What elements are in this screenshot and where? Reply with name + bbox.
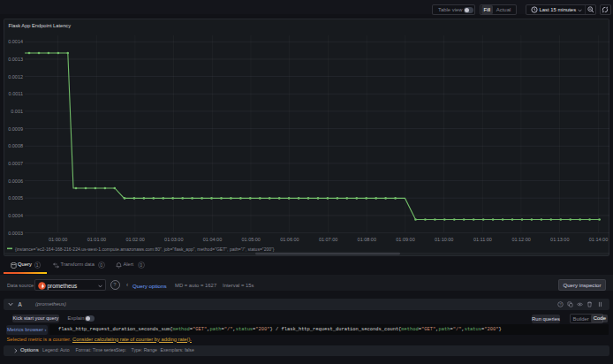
svg-text:0.0004: 0.0004 (8, 213, 23, 218)
svg-text:01:04:00: 01:04:00 (203, 237, 222, 242)
svg-text:0.0008: 0.0008 (8, 143, 23, 148)
svg-text:01:14:00: 01:14:00 (589, 237, 608, 242)
svg-text:0.0013: 0.0013 (8, 57, 23, 62)
svg-text:01:03:00: 01:03:00 (164, 237, 183, 242)
svg-text:01:05:00: 01:05:00 (241, 237, 260, 242)
svg-text:0.001: 0.001 (11, 109, 23, 114)
svg-text:0.0005: 0.0005 (8, 195, 23, 201)
svg-text:0.0007: 0.0007 (8, 161, 23, 166)
svg-text:0.0006: 0.0006 (8, 178, 23, 184)
svg-text:01:07:00: 01:07:00 (319, 237, 337, 242)
svg-text:01:13:00: 01:13:00 (550, 237, 569, 242)
svg-text:01:00:00: 01:00:00 (49, 237, 67, 242)
svg-text:01:10:00: 01:10:00 (435, 237, 453, 242)
svg-text:0.0003: 0.0003 (8, 231, 23, 236)
svg-text:{instance="ec2-164-168-216-224: {instance="ec2-164-168-216-224.us-west-1… (15, 246, 275, 252)
svg-text:01:12:00: 01:12:00 (511, 237, 530, 242)
svg-text:01:09:00: 01:09:00 (396, 237, 414, 242)
svg-text:01:11:00: 01:11:00 (473, 237, 492, 242)
svg-text:01:02:00: 01:02:00 (125, 237, 144, 242)
svg-text:0.0012: 0.0012 (8, 74, 23, 80)
svg-text:0.0011: 0.0011 (9, 91, 23, 96)
svg-text:01:06:00: 01:06:00 (280, 237, 299, 242)
svg-text:0.0009: 0.0009 (8, 126, 23, 132)
svg-text:01:01:00: 01:01:00 (87, 237, 106, 242)
svg-text:01:08:00: 01:08:00 (358, 237, 376, 242)
svg-text:0.0014: 0.0014 (8, 39, 23, 44)
svg-text:?: ? (559, 302, 562, 307)
